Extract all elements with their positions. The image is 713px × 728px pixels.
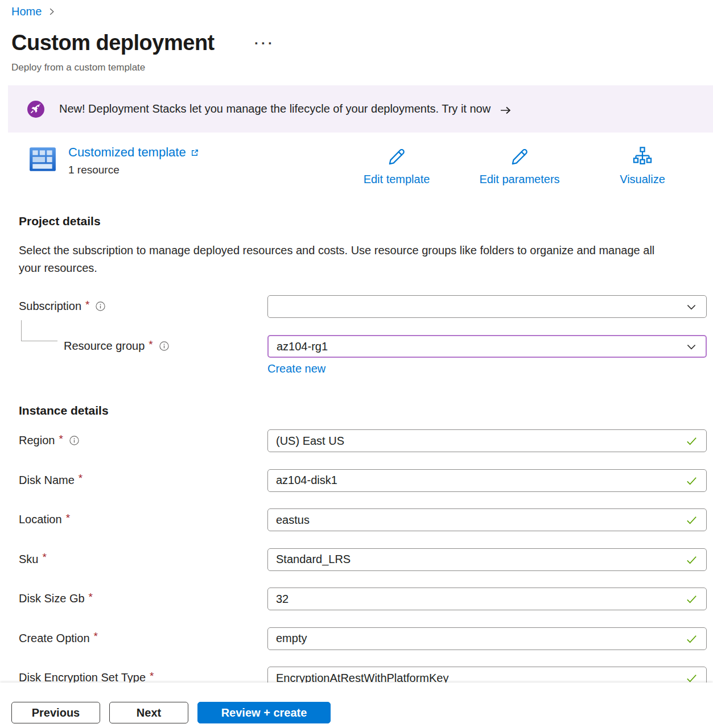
disk-name-input[interactable] [267, 469, 707, 492]
instance-details-heading: Instance details [19, 404, 713, 417]
edit-parameters-label: Edit parameters [479, 173, 559, 186]
more-options-button[interactable]: ··· [254, 35, 275, 51]
valid-check-icon [685, 514, 698, 529]
subscription-connector-line [21, 320, 57, 341]
disk-size-gb-input[interactable] [267, 588, 707, 610]
required-asterisk: * [66, 512, 70, 524]
valid-check-icon [685, 474, 698, 490]
required-asterisk: * [42, 551, 46, 564]
subscription-label: Subscription [19, 300, 81, 313]
edit-template-label: Edit template [364, 173, 430, 186]
valid-check-icon [685, 593, 698, 608]
page-subtitle: Deploy from a custom template [11, 62, 713, 73]
create-new-link[interactable]: Create new [267, 362, 325, 375]
valid-check-icon [685, 435, 698, 450]
sku-input[interactable] [267, 548, 707, 571]
edit-template-button[interactable]: Edit template [351, 146, 442, 186]
chevron-right-icon [47, 7, 56, 16]
location-label: Location [19, 513, 62, 526]
region-input[interactable] [267, 429, 707, 452]
required-asterisk: * [89, 591, 93, 603]
pencil-icon [386, 146, 407, 170]
create-option-label: Create Option [19, 632, 90, 645]
region-label: Region [19, 434, 55, 447]
previous-button[interactable]: Previous [11, 702, 100, 723]
info-icon[interactable] [159, 341, 170, 351]
arrow-right-icon[interactable] [500, 105, 512, 116]
template-icon [28, 145, 57, 176]
org-chart-icon [632, 146, 653, 170]
subscription-select[interactable] [267, 295, 707, 318]
location-input[interactable] [267, 508, 707, 531]
required-asterisk: * [59, 433, 63, 445]
breadcrumb: Home [0, 0, 713, 18]
required-asterisk: * [79, 472, 83, 485]
edit-parameters-button[interactable]: Edit parameters [474, 146, 565, 186]
external-link-icon [190, 148, 200, 158]
required-asterisk: * [149, 338, 153, 351]
required-asterisk: * [150, 670, 154, 682]
required-asterisk: * [85, 299, 89, 311]
disk-size-gb-label: Disk Size Gb [19, 592, 85, 605]
wizard-footer: Previous Next Review + create [0, 682, 713, 728]
breadcrumb-home-link[interactable]: Home [11, 5, 42, 18]
resource-group-label: Resource group [64, 340, 145, 353]
disk-name-label: Disk Name [19, 474, 75, 487]
template-resource-count: 1 resource [68, 164, 200, 176]
customized-template-label: Customized template [68, 145, 186, 160]
resource-group-select[interactable]: az104-rg1 [267, 335, 707, 358]
sku-label: Sku [19, 553, 38, 566]
info-icon[interactable] [69, 435, 80, 446]
pencil-icon [509, 146, 530, 170]
next-button[interactable]: Next [109, 702, 188, 723]
banner-text: New! Deployment Stacks let you manage th… [59, 102, 491, 115]
project-details-description: Select the subscription to manage deploy… [19, 242, 673, 277]
valid-check-icon [685, 632, 698, 648]
visualize-button[interactable]: Visualize [597, 146, 688, 186]
info-icon[interactable] [95, 301, 106, 312]
valid-check-icon [685, 553, 698, 569]
rocket-icon [27, 101, 44, 118]
required-asterisk: * [94, 630, 98, 643]
resource-group-value: az104-rg1 [277, 340, 328, 353]
page-title: Custom deployment [11, 31, 215, 55]
visualize-label: Visualize [620, 173, 665, 186]
deployment-stacks-banner[interactable]: New! Deployment Stacks let you manage th… [8, 85, 713, 133]
project-details-heading: Project details [19, 214, 713, 228]
create-option-input[interactable] [267, 627, 707, 650]
review-create-button[interactable]: Review + create [197, 702, 331, 723]
customized-template-link[interactable]: Customized template [68, 145, 200, 160]
